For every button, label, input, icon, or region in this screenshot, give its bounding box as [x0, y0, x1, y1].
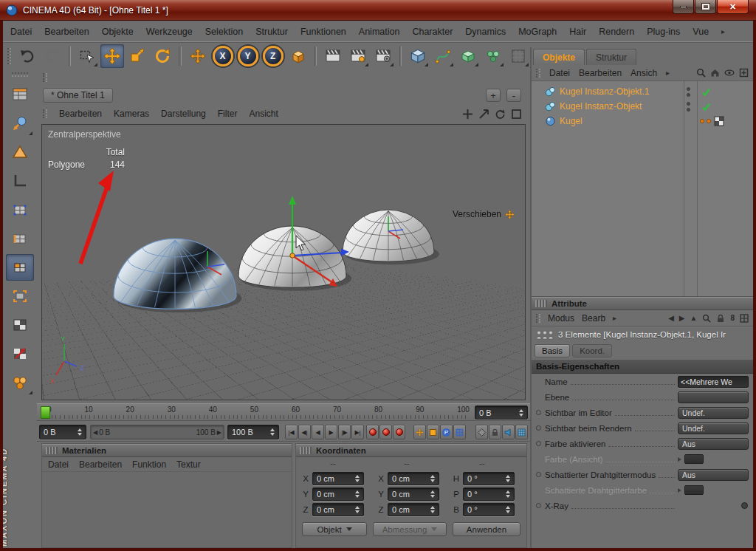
mat-menu-textur[interactable]: Textur	[176, 459, 201, 470]
visibility-dots-orange[interactable]	[700, 119, 711, 123]
spinner-arrows[interactable]	[427, 475, 435, 482]
gizmo-y-arrow[interactable]	[289, 196, 296, 205]
xray-toggle[interactable]	[741, 502, 748, 509]
expand-arrow-icon[interactable]	[678, 457, 681, 462]
apply-button[interactable]: Anwenden	[453, 522, 520, 536]
object-row-instance2[interactable]: Kugel Instanz-Objekt	[532, 99, 753, 114]
redo-button[interactable]	[41, 44, 64, 68]
layout-palette-button[interactable]	[6, 81, 34, 108]
anim-dot-icon[interactable]	[536, 472, 541, 477]
titlebar[interactable]: CINEMA 4D (64 Bit) - [Ohne Titel 1 *] ×	[0, 0, 756, 21]
menu-hair[interactable]: Hair	[569, 27, 586, 37]
record-parameter-toggle[interactable]	[453, 425, 466, 439]
vp-menu-darstellung[interactable]: Darstellung	[161, 109, 206, 119]
move-tool-button[interactable]	[100, 44, 124, 68]
enabled-check-icon[interactable]	[701, 102, 711, 112]
name-field[interactable]: <<Mehrere We	[678, 376, 749, 388]
viewport-3d-canvas[interactable]: Y X Z Zentralperspektive Total Polygone …	[41, 124, 526, 400]
size-x-field[interactable]: X 0 cm	[377, 472, 439, 485]
search-icon[interactable]	[696, 68, 706, 78]
link-icon[interactable]: 8	[730, 314, 735, 322]
vp-menu-kameras[interactable]: Kameras	[114, 109, 149, 119]
menu-mograph[interactable]: MoGraph	[518, 27, 557, 37]
menu-datei[interactable]: Datei	[10, 27, 32, 37]
farbe-ansicht-swatch[interactable]	[684, 454, 704, 464]
menu-rendern[interactable]: Rendern	[599, 27, 634, 37]
history-forward-icon[interactable]: ▶	[679, 314, 685, 322]
scale-tool-button[interactable]	[126, 44, 149, 68]
spinner-arrows[interactable]	[503, 475, 510, 482]
mat-menu-funktion[interactable]: Funktion	[132, 459, 166, 470]
add-generator-button[interactable]	[456, 44, 480, 68]
rotation-h-field[interactable]: H 0 °	[453, 472, 515, 485]
rotation-column-header[interactable]: --	[467, 459, 497, 468]
drahtgitterfarbe-swatch[interactable]	[684, 485, 704, 495]
lock-timeline-button[interactable]	[489, 425, 501, 439]
duration-field[interactable]: 100 B	[227, 425, 279, 439]
anim-dot-icon[interactable]	[536, 425, 541, 431]
position-z-value[interactable]: 0 cm	[317, 505, 334, 514]
object-row-kugel[interactable]: Kugel	[532, 114, 753, 129]
vp-menu-bearbeiten[interactable]: Bearbeiten	[59, 109, 102, 119]
record-rotation-toggle[interactable]: P	[440, 425, 453, 439]
spinner-arrows[interactable]	[516, 409, 523, 417]
object-list[interactable]: Kugel Instanz-Objekt.1 Kugel Instanz-Obj…	[532, 81, 753, 297]
size-z-value[interactable]: 0 cm	[392, 505, 410, 514]
drahtgittermodus-dropdown[interactable]: Aus	[678, 469, 749, 481]
record-scale-toggle[interactable]	[427, 425, 439, 439]
materials-header[interactable]: Materialien	[42, 444, 292, 457]
rotate-view-button[interactable]	[494, 108, 506, 120]
size-y-value[interactable]: 0 cm	[392, 490, 410, 499]
frame-spinner[interactable]: 0 B	[475, 405, 528, 420]
menu-selektion[interactable]: Selektion	[205, 27, 243, 37]
object-name[interactable]: Kugel Instanz-Objekt.1	[560, 86, 649, 97]
om-menu-datei[interactable]: Datei	[549, 68, 570, 78]
prev-frame-button[interactable]: ◀	[312, 425, 324, 439]
menu-bearbeiten[interactable]: Bearbeiten	[44, 27, 89, 37]
object-name[interactable]: Kugel	[560, 116, 583, 126]
size-column-header[interactable]: --	[392, 459, 422, 468]
menu-plugins[interactable]: Plug-ins	[647, 27, 680, 37]
layout-grid-icon[interactable]	[740, 314, 749, 323]
key-interpolation-button[interactable]	[475, 425, 488, 439]
zoom-view-button[interactable]	[478, 108, 490, 120]
home-icon[interactable]	[710, 68, 720, 78]
add-view-tab-button[interactable]: +	[486, 89, 501, 102]
remove-view-tab-button[interactable]: -	[506, 89, 521, 102]
tab-basis[interactable]: Basis	[535, 344, 570, 357]
anim-dot-icon[interactable]	[536, 410, 541, 415]
lock-y-axis-button[interactable]: Y	[238, 46, 258, 66]
menu-objekte[interactable]: Objekte	[102, 27, 134, 37]
vp-menu-ansicht[interactable]: Ansicht	[249, 109, 278, 119]
undo-button[interactable]	[16, 44, 39, 68]
anim-dot-icon[interactable]	[536, 441, 541, 446]
spinner-arrows[interactable]	[503, 490, 510, 498]
size-x-value[interactable]: 0 cm	[392, 474, 410, 483]
menu-struktur[interactable]: Struktur	[255, 27, 288, 37]
play-button[interactable]: ▶	[325, 425, 337, 439]
size-y-field[interactable]: Y 0 cm	[377, 487, 439, 501]
farbe-aktivieren-dropdown[interactable]: Aus	[678, 438, 749, 450]
enabled-check-icon[interactable]	[701, 87, 711, 97]
history-back-icon[interactable]: ◀	[668, 314, 674, 322]
visibility-dots[interactable]	[687, 87, 690, 97]
timeline-playhead[interactable]	[41, 406, 50, 419]
edges-mode-button[interactable]	[6, 225, 34, 252]
prev-key-button[interactable]: ◀|	[298, 425, 311, 439]
spinner-arrows[interactable]	[267, 428, 275, 436]
add-mograph-button[interactable]	[481, 44, 505, 68]
om-menu-bearbeiten[interactable]: Bearbeiten	[579, 68, 622, 78]
maximize-view-button[interactable]	[510, 108, 523, 120]
goto-start-button[interactable]: |◀	[285, 425, 298, 439]
texture-tag-icon[interactable]	[714, 116, 724, 126]
render-view-button[interactable]	[321, 44, 345, 68]
pan-view-button[interactable]	[461, 108, 474, 120]
rotation-h-value[interactable]: 0 °	[467, 474, 478, 483]
palette-grip[interactable]	[12, 72, 28, 77]
points-mode-button[interactable]	[6, 196, 34, 223]
parent-up-icon[interactable]: ▲	[690, 314, 698, 322]
tab-struktur[interactable]: Struktur	[586, 49, 636, 65]
rotation-p-value[interactable]: 0 °	[467, 490, 478, 499]
spinner-arrows[interactable]	[352, 490, 360, 498]
gizmo-center-handle[interactable]	[290, 253, 295, 258]
